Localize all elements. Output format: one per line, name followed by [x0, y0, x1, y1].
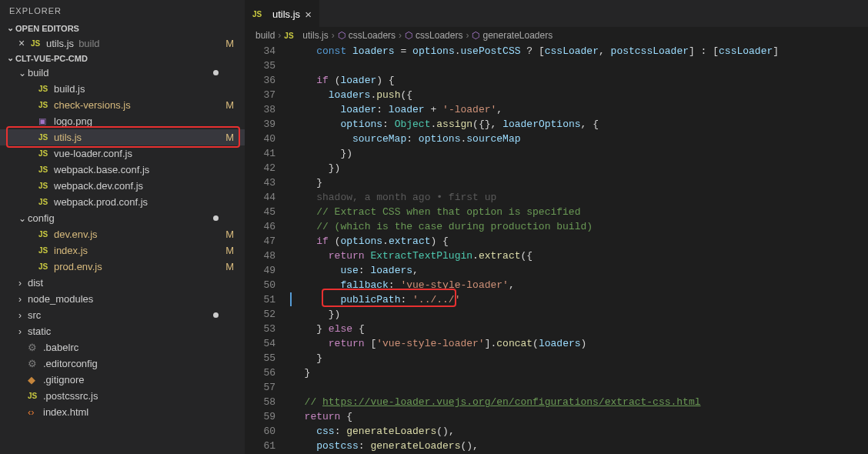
item-label: build.js [54, 83, 85, 95]
folder-item[interactable]: ⌄config [0, 210, 245, 226]
code-line[interactable]: if (loader) { [292, 73, 868, 88]
file-item[interactable]: JSutils.js M [0, 129, 245, 145]
file-item[interactable]: JSbuild.js [0, 81, 245, 97]
code-line[interactable]: postcss: generateLoaders(), [292, 439, 868, 453]
line-number: 36 [245, 73, 275, 88]
folder-item[interactable]: ›node_modules [0, 291, 245, 307]
breadcrumb-segment[interactable]: cssLoaders [416, 30, 462, 41]
chevron-right-icon: › [18, 310, 28, 321]
JS-file-icon: JS [38, 149, 54, 158]
code-line[interactable]: options: Object.assign({}, loaderOptions… [292, 117, 868, 132]
code-line[interactable]: }) [292, 161, 868, 175]
open-editor-item[interactable]: × JS utils.js build M [0, 35, 245, 52]
code-line[interactable]: // (which is the case during production … [292, 219, 868, 234]
file-item[interactable]: JSwebpack.base.conf.js [0, 162, 245, 178]
breadcrumb-separator: › [399, 30, 402, 41]
file-item[interactable]: JS.postcssrc.js [0, 388, 245, 404]
JS-file-icon: JS [38, 165, 54, 174]
modified-badge: M [225, 38, 234, 49]
JS-file-icon: JS [38, 230, 54, 239]
breadcrumb-segment[interactable]: generateLoaders [482, 30, 553, 41]
code-editor[interactable]: 3435363738394041424344454647484950515253… [245, 44, 868, 454]
item-label: check-versions.js [54, 99, 131, 111]
file-name: utils.js [46, 38, 74, 49]
code-line[interactable]: return ['vue-style-loader'].concat(loade… [292, 336, 868, 351]
JS-file-icon: JS [38, 182, 54, 190]
highlight-annotation [322, 289, 456, 307]
file-item[interactable]: JScheck-versions.js M [0, 97, 245, 113]
modified-badge: M [225, 132, 234, 143]
line-number: 57 [245, 380, 275, 395]
code-line[interactable]: } [292, 351, 868, 366]
breadcrumb[interactable]: build ›JS utils.js ›⬡ cssLoaders ›⬡ cssL… [245, 27, 868, 44]
js-file-icon: JS [252, 10, 268, 18]
code-content[interactable]: const loaders = options.usePostCSS ? [cs… [292, 44, 868, 454]
code-line[interactable]: } [292, 175, 868, 190]
file-item[interactable]: JSindex.js M [0, 242, 245, 259]
item-label: dist [28, 277, 43, 289]
file-item[interactable]: JSvue-loader.conf.js [0, 145, 245, 162]
file-item[interactable]: ‹›index.html [0, 404, 245, 420]
code-line[interactable]: // https://vue-loader.vuejs.org/en/confi… [292, 395, 868, 409]
file-item[interactable]: ◆.gitignore [0, 372, 245, 388]
project-header[interactable]: ⌄ CLT-VUE-PC-CMD [0, 52, 245, 65]
code-line[interactable]: }) [292, 307, 868, 322]
JS-file-icon: JS [38, 85, 54, 93]
item-label: .babelrc [43, 342, 78, 353]
code-line[interactable]: const loaders = options.usePostCSS ? [cs… [292, 44, 868, 58]
code-line[interactable]: loader: loader + '-loader', [292, 102, 868, 117]
code-line[interactable]: } else { [292, 322, 868, 336]
file-item[interactable]: JSdev.env.js M [0, 226, 245, 242]
code-line[interactable] [292, 58, 868, 73]
chevron-down-icon: ⌄ [18, 213, 28, 224]
code-line[interactable]: } [292, 366, 868, 380]
item-label: utils.js [54, 132, 82, 143]
line-number: 56 [245, 366, 275, 380]
JS-file-icon: JS [28, 392, 43, 400]
item-label: index.js [54, 245, 88, 256]
line-number: 46 [245, 219, 275, 234]
file-item[interactable]: ⚙.editorconfig [0, 356, 245, 372]
file-item[interactable]: JSprod.env.js M [0, 259, 245, 275]
file-item[interactable]: ⚙.babelrc [0, 339, 245, 356]
breadcrumb-separator: › [278, 30, 281, 41]
file-item[interactable]: ▣logo.png [0, 113, 245, 129]
line-number: 54 [245, 336, 275, 351]
folder-item[interactable]: ›static [0, 323, 245, 339]
code-line[interactable] [292, 380, 868, 395]
line-number: 34 [245, 44, 275, 58]
line-number: 44 [245, 190, 275, 205]
open-editors-header[interactable]: ⌄ OPEN EDITORS [0, 22, 245, 35]
code-line[interactable]: css: generateLoaders(), [292, 424, 868, 439]
JS-file-icon: JS [38, 262, 54, 271]
line-number: 40 [245, 132, 275, 146]
chevron-right-icon: › [18, 294, 28, 305]
code-line[interactable]: }) [292, 146, 868, 161]
code-line[interactable]: return { [292, 409, 868, 424]
tab-label: utils.js [272, 8, 300, 20]
code-line[interactable]: loaders.push({ [292, 88, 868, 102]
code-line[interactable]: sourceMap: options.sourceMap [292, 132, 868, 146]
code-line[interactable]: // Extract CSS when that option is speci… [292, 205, 868, 219]
code-line[interactable]: return ExtractTextPlugin.extract({ [292, 249, 868, 263]
line-number: 51 [245, 292, 275, 307]
tab-bar: JS utils.js × [245, 0, 868, 27]
explorer-title: EXPLORER [0, 0, 245, 22]
close-icon[interactable]: × [305, 8, 312, 21]
code-line[interactable]: if (options.extract) { [292, 234, 868, 249]
folder-item[interactable]: ›src [0, 307, 245, 323]
breadcrumb-segment[interactable]: utils.js [302, 30, 328, 41]
close-icon[interactable]: × [18, 37, 31, 49]
breadcrumb-separator: › [332, 30, 335, 41]
js-file-icon: JS [284, 32, 299, 40]
file-item[interactable]: JSwebpack.prod.conf.js [0, 194, 245, 210]
code-line[interactable]: shadow, a month ago • first up [292, 190, 868, 205]
breadcrumb-segment[interactable]: build [255, 30, 275, 41]
breadcrumb-segment[interactable]: cssLoaders [349, 30, 396, 41]
folder-item[interactable]: ›dist [0, 275, 245, 291]
folder-item[interactable]: ⌄build [0, 65, 245, 81]
code-line[interactable]: use: loaders, [292, 263, 868, 278]
file-item[interactable]: JSwebpack.dev.conf.js [0, 178, 245, 194]
tab-utils-js[interactable]: JS utils.js × [245, 0, 319, 27]
line-number: 45 [245, 205, 275, 219]
